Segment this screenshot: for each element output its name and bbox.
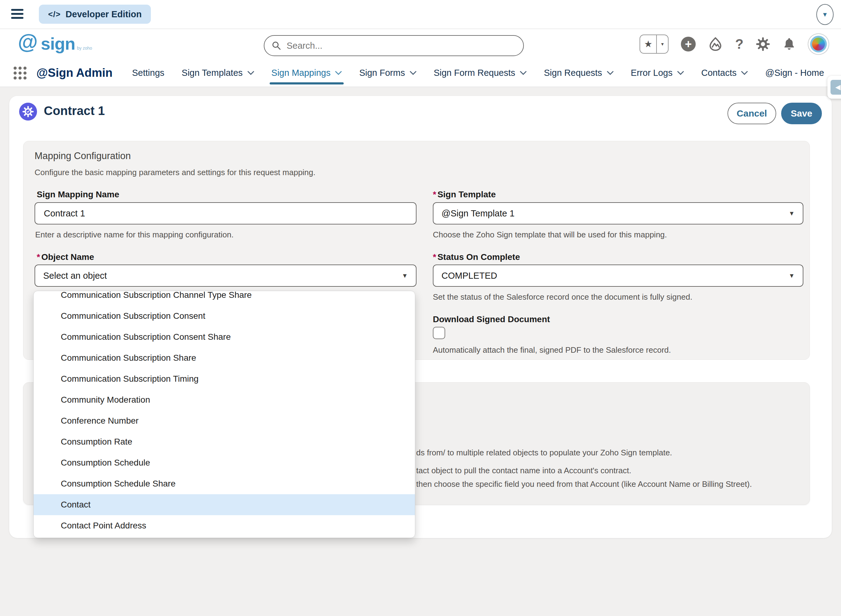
sign-template-help: Choose the Zoho Sign template that will … [433, 230, 667, 239]
chevron-left-icon: ◀ [835, 83, 841, 91]
tab-sign-form-requests[interactable]: Sign Form Requests [434, 59, 526, 87]
zoho-sign-logo: @ sign by zoho [18, 31, 92, 52]
search-icon [272, 41, 281, 50]
header-action-icons: ★ ▼ + ? [640, 29, 829, 59]
cancel-button[interactable]: Cancel [728, 103, 776, 124]
mapping-record-icon [19, 103, 37, 120]
tab-sign-requests[interactable]: Sign Requests [544, 59, 614, 87]
star-icon[interactable]: ★ [640, 35, 656, 53]
tab-sign-home[interactable]: @Sign - Home [765, 59, 824, 87]
object-option[interactable]: Consumption Schedule [34, 452, 415, 473]
trailhead-icon[interactable] [708, 37, 723, 51]
tab-sign-mappings[interactable]: Sign Mappings [272, 59, 342, 87]
required-asterisk: * [433, 189, 436, 199]
menu-icon[interactable] [11, 9, 24, 19]
download-signed-document-help: Automatically attach the final, signed P… [433, 345, 671, 355]
global-search[interactable] [264, 35, 524, 56]
global-top-bar: </> Developer Edition ▼ [0, 0, 841, 29]
page-title: Contract 1 [44, 104, 105, 118]
object-option[interactable]: Consumption Schedule Share [34, 473, 415, 494]
object-option[interactable]: Communication Subscription Consent Share [34, 327, 415, 348]
chevron-down-icon: ▼ [788, 272, 795, 279]
code-icon: </> [48, 10, 61, 19]
object-option[interactable]: Contact Point Address [34, 515, 415, 536]
object-option[interactable]: Communication Subscription Channel Type … [34, 291, 415, 305]
logo-text: sign [41, 35, 75, 52]
object-option-list: Communication Subscription Channel Type … [34, 291, 415, 536]
field-mapping-text-fragment: tact object to pull the contact name int… [416, 466, 631, 475]
object-option-highlighted[interactable]: Contact [34, 494, 415, 515]
section-subtitle: Configure the basic mapping parameters a… [35, 168, 316, 177]
app-nav-bar: @Sign Admin Settings Sign Templates Sign… [0, 59, 841, 87]
developer-edition-badge: </> Developer Edition [39, 4, 151, 24]
help-icon[interactable]: ? [735, 37, 744, 52]
search-input[interactable] [286, 40, 520, 51]
status-on-complete-select[interactable]: COMPLETED ▼ [433, 264, 803, 287]
side-panel-toggle[interactable]: ◀ [828, 76, 841, 99]
object-option[interactable]: Conference Number [34, 411, 415, 431]
window-menu-button[interactable]: ▼ [816, 4, 834, 25]
field-mapping-text-fragment: then choose the specific field you need … [416, 480, 752, 489]
plus-icon[interactable]: + [681, 37, 696, 51]
tab-error-logs[interactable]: Error Logs [631, 59, 684, 87]
tab-sign-templates[interactable]: Sign Templates [182, 59, 254, 87]
chevron-down-icon [741, 71, 748, 75]
object-name-value: Select an object [43, 271, 107, 281]
object-name-select[interactable]: Select an object ▼ [35, 264, 416, 287]
chevron-down-icon: ▼ [788, 210, 795, 217]
download-signed-document-checkbox[interactable] [433, 327, 445, 339]
object-option[interactable]: Communication Subscription Timing [34, 368, 415, 389]
save-button[interactable]: Save [781, 103, 822, 124]
object-option[interactable]: Communication Subscription Consent [34, 305, 415, 327]
chevron-down-icon [677, 71, 684, 75]
required-asterisk: * [433, 252, 436, 262]
sign-template-select[interactable]: @Sign Template 1 ▼ [433, 202, 803, 224]
field-mapping-text-fragment: ds from/ to multiple related objects to … [416, 448, 672, 458]
app-name: @Sign Admin [37, 59, 113, 87]
tab-sign-forms[interactable]: Sign Forms [359, 59, 416, 87]
sign-template-label: *Sign Template [433, 189, 496, 199]
developer-edition-label: Developer Edition [66, 9, 142, 19]
logo-at-icon: @ [18, 31, 38, 52]
object-option[interactable]: Communication Subscription Share [34, 348, 415, 368]
object-option[interactable]: Community Moderation [34, 389, 415, 411]
required-asterisk: * [37, 252, 40, 262]
status-on-complete-label: *Status On Complete [433, 252, 520, 262]
chevron-down-icon [247, 71, 254, 75]
status-on-complete-help: Set the status of the Salesforce record … [433, 292, 692, 302]
chevron-down-icon: ▼ [402, 272, 408, 279]
bell-icon[interactable] [782, 37, 796, 51]
sign-mapping-name-field[interactable] [35, 202, 416, 224]
nav-tabs: Settings Sign Templates Sign Mappings Si… [132, 59, 824, 87]
favorites-caret-icon[interactable]: ▼ [656, 35, 668, 53]
object-option[interactable]: Consumption Rate [34, 431, 415, 452]
sign-mapping-name-help: Enter a descriptive name for this mappin… [35, 230, 234, 239]
gear-icon[interactable] [756, 37, 770, 51]
tab-contacts[interactable]: Contacts [701, 59, 748, 87]
chevron-down-icon [410, 71, 416, 75]
object-name-dropdown-menu: Communication Subscription Channel Type … [33, 291, 415, 538]
tab-settings[interactable]: Settings [132, 59, 165, 87]
favorites-control: ★ ▼ [640, 35, 669, 54]
sign-template-value: @Sign Template 1 [441, 208, 515, 219]
status-on-complete-value: COMPLETED [441, 271, 497, 281]
chevron-down-icon: ▼ [822, 11, 828, 18]
avatar[interactable] [808, 34, 829, 54]
logo-subtext: by zoho [77, 45, 92, 52]
app-launcher-icon[interactable] [13, 67, 26, 79]
sign-mapping-name-input[interactable] [43, 208, 408, 219]
app-header: @ sign by zoho ★ ▼ + ? [0, 29, 841, 59]
chevron-down-icon [335, 71, 342, 75]
object-name-label: *Object Name [37, 252, 94, 262]
sign-mapping-name-label: Sign Mapping Name [37, 189, 119, 199]
app-root: </> Developer Edition ▼ @ sign by zoho ★… [0, 0, 841, 616]
chevron-down-icon [607, 71, 614, 75]
section-title: Mapping Configuration [35, 150, 131, 161]
chevron-down-icon [520, 71, 526, 75]
download-signed-document-label: Download Signed Document [433, 314, 550, 324]
